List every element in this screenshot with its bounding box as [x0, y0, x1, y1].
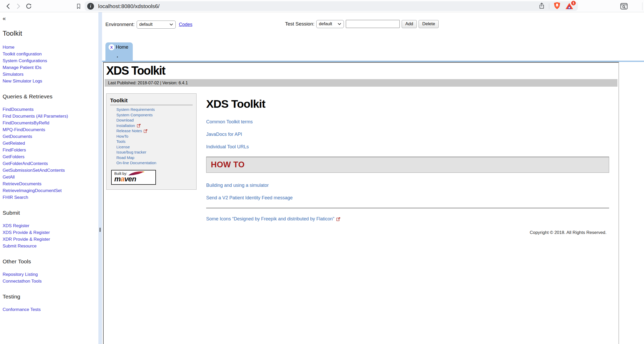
sidebar-collapse-button[interactable]: «: [3, 15, 9, 22]
test-session-group: Test Session: default Add Delete: [285, 20, 439, 28]
codes-link[interactable]: Codes: [179, 22, 192, 27]
sidebar-item-mpq-finddocuments[interactable]: MPQ-FindDocuments: [3, 126, 97, 133]
toolkit-row: System Components: [116, 112, 193, 118]
forward-button[interactable]: [14, 2, 22, 10]
toolkit-row: Tools: [116, 139, 193, 144]
toolkit-link-license[interactable]: License: [116, 144, 130, 150]
maven-logo[interactable]: Built by: maven: [111, 170, 156, 185]
delete-button[interactable]: Delete: [419, 20, 439, 28]
tab-home-content: X Home: [105, 42, 133, 50]
sidebar-item-fhir-search[interactable]: FHIR Search: [3, 194, 97, 201]
bookmark-icon[interactable]: [74, 2, 83, 10]
sidebar-links: HomeToolkit configurationSystem Configur…: [3, 44, 97, 85]
toolkit-link-road-map[interactable]: Road Map: [116, 155, 134, 161]
browser-chrome: i localhost:8080/xdstools6/ 1: [0, 0, 644, 12]
howto-link-building-and-using-a-simulator[interactable]: Building and using a simulator: [206, 183, 609, 188]
main-column: XDS Toolkit Common Toolkit termsJavaDocs…: [206, 93, 609, 235]
toolkit-link-download[interactable]: Download: [116, 118, 134, 123]
attribution-link[interactable]: Some Icons “Designed by Freepik and dist…: [206, 216, 334, 222]
environment-value: default: [139, 22, 153, 27]
sidebar-section-other-tools: Other ToolsRepository ListingConnectatho…: [3, 258, 97, 285]
published-bar: Last Published: 2018-07-02 | Version: 6.…: [105, 79, 617, 87]
sidebar-section-testing: TestingConformance Tests: [3, 294, 97, 313]
sidebar-item-getfolderandcontents[interactable]: GetFolderAndContents: [3, 160, 97, 167]
environment-group: Environment: default Codes: [105, 20, 192, 29]
howto-link-send-a-v2-patient-identity-feed-message[interactable]: Send a V2 Patient Identity Feed message: [206, 195, 609, 201]
url-bar[interactable]: i localhost:8080/xdstools6/ 1: [85, 1, 578, 11]
url-bar-actions: 1: [538, 1, 574, 11]
site-info-icon[interactable]: i: [87, 3, 94, 10]
sidebar-item-toolkit-configuration[interactable]: Toolkit configuration: [3, 51, 97, 58]
toolkit-link-installation[interactable]: Installation: [116, 123, 135, 129]
sidebar-item-getdocuments[interactable]: GetDocuments: [3, 133, 97, 140]
content-link-javadocs-for-api[interactable]: JavaDocs for API: [206, 132, 609, 137]
sidebar-item-new-simulator-logs[interactable]: New Simulator Logs: [3, 78, 97, 85]
sidebar-item-findfolders[interactable]: FindFolders: [3, 147, 97, 154]
environment-select[interactable]: default: [137, 21, 176, 29]
sidebar-item-getsubmissionsetandcontents[interactable]: GetSubmissionSetAndContents: [3, 167, 97, 174]
brave-rewards-icon[interactable]: 1: [565, 2, 574, 11]
test-session-value: default: [319, 21, 332, 27]
toolkit-link-system-requirements[interactable]: System Requirements: [116, 107, 155, 112]
external-link-icon: [137, 124, 141, 128]
main-region: Environment: default Codes Test Session:…: [102, 12, 644, 344]
tab-search-icon[interactable]: [620, 2, 628, 11]
sidebar-item-submit-resource[interactable]: Submit Resource: [3, 243, 97, 250]
toolkit-box: Toolkit System RequirementsSystem Compon…: [106, 93, 197, 190]
reload-button[interactable]: [24, 2, 33, 10]
toolkit-box-links: System RequirementsSystem ComponentsDown…: [116, 107, 193, 166]
toolkit-row: System Requirements: [116, 107, 193, 112]
toolkit-row: Download: [116, 118, 193, 123]
sidebar-item-connectathon-tools[interactable]: Connectathon Tools: [3, 278, 97, 285]
sidebar-item-system-configurations[interactable]: System Configurations: [3, 58, 97, 64]
divider: [206, 208, 609, 208]
close-tab-icon[interactable]: X: [109, 44, 115, 50]
toolkit-link-system-components[interactable]: System Components: [116, 112, 153, 118]
sidebar-item-home[interactable]: Home: [3, 44, 97, 51]
sidebar-section-queries-retrieves: Queries & RetrievesFindDocumentsFind Doc…: [3, 93, 97, 201]
toolkit-box-title: Toolkit: [110, 97, 193, 105]
sidebar-item-conformance-tests[interactable]: Conformance Tests: [3, 306, 97, 313]
toolkit-link-issue-bug-tracker[interactable]: Issue/bug tracker: [116, 150, 146, 155]
content-link-common-toolkit-terms[interactable]: Common Toolkit terms: [206, 119, 609, 125]
url-text: localhost:8080/xdstools6/: [98, 3, 160, 9]
brave-shield-icon[interactable]: [553, 1, 561, 11]
sidebar-section-toolkit: ToolkitHomeToolkit configurationSystem C…: [3, 29, 97, 85]
back-button[interactable]: [4, 2, 12, 10]
sidebar-splitter[interactable]: [98, 12, 102, 344]
external-link-icon: [336, 217, 340, 221]
test-session-select[interactable]: default: [316, 20, 344, 28]
splitter-grip-icon[interactable]: [99, 228, 101, 232]
sidebar-item-xds-register[interactable]: XDS Register: [3, 222, 97, 229]
sidebar-item-repository-listing[interactable]: Repository Listing: [3, 271, 97, 278]
toolkit-row: Issue/bug tracker: [116, 150, 193, 155]
content-link-individual-tool-urls[interactable]: Individual Tool URLs: [206, 144, 609, 150]
sidebar-item-finddocuments[interactable]: FindDocuments: [3, 106, 97, 113]
add-button[interactable]: Add: [402, 20, 417, 28]
sidebar-heading-toolkit: Toolkit: [3, 29, 97, 37]
toolbar-divider: [549, 3, 549, 9]
toolkit-link-release-notes[interactable]: Release Notes: [116, 128, 142, 134]
sidebar-item-finddocumentsbyrefid[interactable]: FindDocumentsByRefId: [3, 120, 97, 126]
sidebar-item-getall[interactable]: GetAll: [3, 174, 97, 181]
sidebar-item-retrievedocuments[interactable]: RetrieveDocuments: [3, 181, 97, 187]
share-icon[interactable]: [538, 2, 545, 11]
sidebar-item-manage-patient-ids[interactable]: Manage Patient IDs: [3, 64, 97, 71]
sidebar-item-getfolders[interactable]: GetFolders: [3, 154, 97, 160]
sidebar-item-xds-provide-register[interactable]: XDS Provide & Register: [3, 229, 97, 236]
toolkit-link-tools[interactable]: Tools: [116, 139, 125, 144]
sidebar-links: FindDocumentsFind Documents (All Paramet…: [3, 106, 97, 201]
sidebar-item-retrieveimagingdocumentset[interactable]: RetrieveImagingDocumentSet: [3, 187, 97, 194]
sidebar-item-getrelated[interactable]: GetRelated: [3, 140, 97, 147]
toolkit-link-on-line-documentation[interactable]: On-line Documentation: [116, 160, 156, 166]
tab-home[interactable]: X Home: [105, 42, 133, 61]
sidebar-item-find-documents-all-parameters[interactable]: Find Documents (All Parameters): [3, 113, 97, 120]
sidebar-links: XDS RegisterXDS Provide & RegisterXDR Pr…: [3, 222, 97, 250]
sidebar-item-simulators[interactable]: Simulators: [3, 71, 97, 78]
sidebar-item-xdr-provide-register[interactable]: XDR Provide & Register: [3, 236, 97, 243]
test-session-input[interactable]: [346, 20, 400, 28]
sidebar-heading-testing: Testing: [3, 294, 97, 300]
sidebar-section-submit: SubmitXDS RegisterXDS Provide & Register…: [3, 210, 97, 250]
howto-header: HOW TO: [206, 157, 609, 173]
toolkit-link-howto[interactable]: HowTo: [116, 134, 128, 139]
